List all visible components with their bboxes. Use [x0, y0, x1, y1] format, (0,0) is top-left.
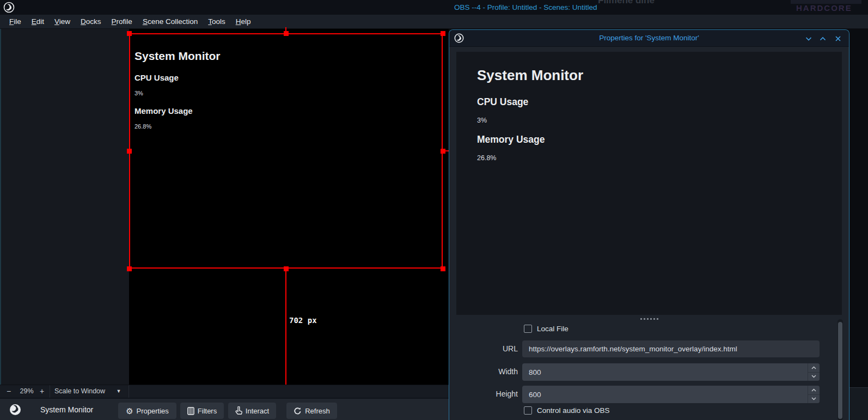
measurement-label: 702 px [289, 316, 317, 325]
filters-button-label: Filters [198, 407, 217, 415]
menu-bar: File Edit View Docks Profile Scene Colle… [0, 15, 868, 29]
local-file-label: Local File [537, 325, 569, 333]
interact-button-label: Interact [246, 407, 269, 415]
filters-button[interactable]: Filters [180, 403, 224, 419]
preview-source-title: System Monitor [477, 67, 583, 84]
preview-dock: System Monitor CPU Usage 3% Memory Usage… [0, 29, 449, 420]
selection-handle-mid-left[interactable] [127, 149, 132, 154]
selection-guide-right [443, 150, 449, 151]
scale-mode-caret-icon[interactable]: ▼ [113, 385, 124, 398]
refresh-button-label: Refresh [305, 407, 330, 415]
height-spinner [808, 386, 820, 403]
scale-mode-dropdown[interactable]: Scale to Window [54, 385, 105, 398]
window-close-icon[interactable] [834, 34, 842, 43]
height-input[interactable] [522, 386, 820, 403]
interact-button[interactable]: Interact [228, 403, 276, 419]
refresh-button[interactable]: Refresh [286, 403, 337, 419]
right-dock-edge [849, 29, 868, 420]
zoom-out-button[interactable]: − [4, 385, 13, 398]
properties-window-titlebar[interactable]: Properties for 'System Monitor' [449, 30, 849, 47]
background-watermark-text: HARDCORE [796, 3, 852, 13]
dock-edge-accent [0, 29, 1, 388]
control-audio-checkbox[interactable] [524, 406, 532, 415]
zoom-bar-separator-2 [129, 385, 129, 398]
height-spin-up-icon[interactable] [808, 386, 820, 395]
selection-rotation-tick [285, 27, 286, 33]
height-label: Height [453, 386, 518, 403]
menu-file[interactable]: File [7, 16, 24, 27]
gear-icon: ⚙ [126, 407, 133, 415]
filters-icon [187, 407, 194, 415]
window-expand-icon[interactable] [818, 34, 827, 43]
source-toolbar: System Monitor ⚙ Properties Filters [0, 398, 449, 420]
selection-handle-bottom-left[interactable] [127, 266, 132, 271]
preview-cpu-value: 3% [477, 117, 487, 124]
window-collapse-icon[interactable] [804, 34, 813, 43]
properties-window-title: Properties for 'System Monitor' [449, 30, 849, 47]
width-spinner [808, 363, 820, 381]
url-input[interactable] [522, 340, 820, 357]
window-title: OBS --4 - Profile: Untitled - Scenes: Un… [454, 0, 597, 15]
interact-hand-icon [235, 406, 242, 415]
properties-button-label: Properties [137, 407, 169, 415]
selection-handle-bottom-right[interactable] [441, 266, 445, 271]
url-label: URL [453, 340, 518, 357]
menu-edit[interactable]: Edit [29, 16, 47, 27]
selected-source-name: System Monitor [40, 399, 93, 420]
control-audio-label: Control audio via OBS [537, 406, 610, 415]
preview-memory-label: Memory Usage [477, 134, 545, 145]
local-file-checkbox[interactable] [524, 325, 532, 333]
menu-help[interactable]: Help [233, 16, 254, 27]
form-scrollbar [838, 319, 843, 420]
measurement-line [285, 269, 286, 385]
height-spin-down-icon[interactable] [808, 395, 820, 404]
preview-memory-value: 26.8% [477, 154, 496, 162]
menu-docks[interactable]: Docks [78, 16, 104, 27]
source-selection-rect[interactable] [129, 33, 443, 269]
menu-view[interactable]: View [52, 16, 73, 27]
background-ghost-text: Filmene dine [598, 0, 655, 6]
zoom-level: 29% [17, 385, 36, 398]
preview-form-splitter[interactable] [449, 317, 849, 321]
workspace: System Monitor CPU Usage 3% Memory Usage… [0, 29, 868, 420]
selection-handle-top-left[interactable] [127, 31, 132, 36]
selection-handle-top-right[interactable] [441, 31, 445, 36]
properties-preview: System Monitor CPU Usage 3% Memory Usage… [456, 52, 842, 315]
obs-logo-icon [3, 2, 15, 13]
width-spin-down-icon[interactable] [808, 373, 820, 381]
canvas-zoom-bar: − 29% + Scale to Window ▼ [0, 385, 449, 398]
right-dock-panel-edge [849, 387, 868, 420]
browser-source-icon [9, 404, 21, 416]
width-input[interactable] [522, 363, 820, 381]
refresh-icon [294, 407, 302, 415]
form-scrollbar-thumb[interactable] [838, 322, 842, 419]
obs-main-window: Filmene dine HARDCORE OBS --4 - Profile:… [0, 0, 868, 420]
properties-window: Properties for 'System Monitor' System M… [449, 29, 849, 420]
properties-button[interactable]: ⚙ Properties [118, 403, 176, 419]
zoom-in-button[interactable]: + [38, 385, 46, 398]
width-spin-up-icon[interactable] [808, 363, 820, 373]
preview-cpu-label: CPU Usage [477, 96, 528, 108]
menu-tools[interactable]: Tools [205, 16, 228, 27]
width-label: Width [453, 363, 518, 380]
title-bar: Filmene dine HARDCORE OBS --4 - Profile:… [0, 0, 868, 15]
menu-scene-collection[interactable]: Scene Collection [140, 16, 200, 27]
menu-profile[interactable]: Profile [109, 16, 135, 27]
zoom-bar-separator [50, 385, 50, 398]
